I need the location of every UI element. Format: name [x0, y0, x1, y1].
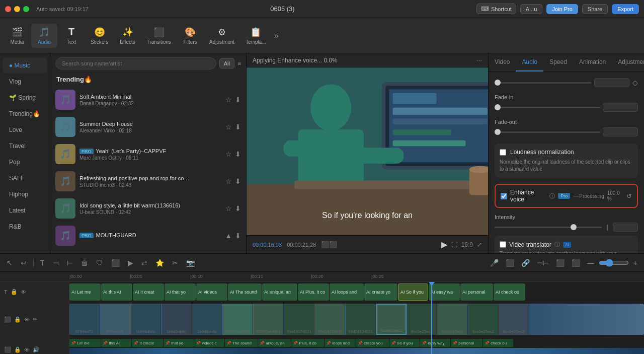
aspect-ratio-button[interactable]: 16:9 — [461, 241, 473, 248]
list-item[interactable]: 🎵 Refreshing and positive pop and rop fo… — [50, 168, 246, 195]
visibility-icon[interactable]: 👁 — [21, 289, 26, 295]
join-pro-button[interactable]: Join Pro — [546, 4, 578, 14]
audio-icon[interactable]: 🔊 — [33, 346, 40, 353]
expand-button[interactable]: ⤢ — [477, 241, 482, 248]
download-button[interactable]: ⬇ — [235, 204, 241, 213]
toolbar-adjustment[interactable]: ⚙ Adjustment — [204, 24, 239, 48]
sidebar-item-travel[interactable]: Travel — [3, 138, 47, 154]
fade-out-slider[interactable] — [495, 131, 600, 133]
list-item[interactable]: 🎵 PRO Yeah! (Let's Party)–CAPPVF Marc Ja… — [50, 140, 246, 168]
toolbar-filters[interactable]: 🎨 Filters — [177, 24, 203, 48]
clip-segment[interactable]: AI that yo — [165, 284, 196, 301]
sidebar-item-spring[interactable]: 🌱 Spring — [3, 90, 47, 105]
timeline-zoom-slider[interactable] — [599, 259, 629, 267]
refresh-button[interactable]: ↺ — [626, 192, 632, 200]
clip-segment[interactable]: AI loops and — [330, 284, 364, 301]
timeline-view-button[interactable]: ⬛⬛ — [321, 241, 337, 248]
visibility-icon[interactable]: 👁 — [24, 347, 30, 353]
toolbar-media[interactable]: 🎬 Media — [4, 24, 30, 48]
clip-segment[interactable]: AI videos — [196, 284, 227, 301]
sidebar-item-rb[interactable]: R&B — [3, 219, 47, 234]
favorite-button[interactable]: ☆ — [225, 96, 232, 104]
tab-video[interactable]: Video — [489, 53, 516, 72]
sidebar-item-love[interactable]: Love — [3, 122, 47, 137]
clip-segment[interactable]: AI this AI — [101, 284, 132, 301]
playhead[interactable] — [431, 282, 432, 354]
play-button[interactable]: ▶ — [441, 240, 447, 249]
tab-audio[interactable]: Audio — [516, 53, 543, 72]
clip-segment[interactable]: AI create yo — [364, 284, 397, 301]
video-strip[interactable]: 979dad71 979dad71 1b9d8db8c 1b9d3db8c 1b… — [69, 304, 644, 335]
sidebar-item-music[interactable]: ● Music — [3, 58, 47, 73]
sidebar-item-trending[interactable]: Trending🔥 — [3, 106, 47, 121]
audio-clip-segment[interactable]: 📌 easy way — [420, 339, 450, 347]
toolbar-stickers[interactable]: 😊 Stickers — [86, 24, 114, 48]
tab-animation[interactable]: Animation — [573, 53, 612, 72]
tl-expand-button[interactable]: ⬛ — [553, 257, 567, 268]
audio-clip-segment[interactable]: 📌 Plus, it co — [291, 339, 324, 347]
undo-button[interactable]: ↩ — [18, 257, 29, 268]
toolbar-text[interactable]: T Text — [58, 23, 85, 48]
tl-zoom-out-button[interactable]: — — [585, 257, 597, 268]
favorite-button[interactable]: ▲ — [225, 232, 232, 240]
star-button[interactable]: ⭐ — [153, 257, 167, 268]
list-item[interactable]: 🎵 Soft Ambient Minimal Danail Draganov ·… — [50, 86, 246, 113]
sidebar-item-hiphop[interactable]: Hiphop — [3, 187, 47, 202]
clip-segment[interactable]: AI easy wa — [429, 284, 460, 301]
clip-segment[interactable]: AI It creat — [133, 284, 164, 301]
sidebar-item-vlog[interactable]: Vlog — [3, 74, 47, 89]
list-item[interactable]: 🎵 Summer Deep House Alexander Virko · 02… — [50, 113, 246, 140]
export-button[interactable]: Export — [612, 4, 639, 14]
tl-link-button[interactable]: 🔗 — [519, 257, 532, 268]
clip-segment[interactable]: AI unique, an — [262, 284, 297, 301]
favorite-button[interactable]: ☆ — [225, 150, 232, 158]
fade-in-slider[interactable] — [495, 107, 600, 108]
crop-button[interactable]: ⬛ — [109, 257, 122, 268]
toolbar-audio[interactable]: 🎵 Audio — [31, 24, 57, 48]
toolbar-effects[interactable]: ✨ Effects — [115, 24, 141, 48]
preview-menu-button[interactable]: ··· — [476, 56, 482, 64]
clip-button[interactable]: ✂ — [170, 257, 181, 268]
lock-icon[interactable]: 🔒 — [14, 346, 21, 353]
download-button[interactable]: ⬇ — [235, 232, 241, 240]
volume-slider[interactable] — [495, 82, 591, 84]
search-input[interactable] — [55, 57, 216, 69]
favorite-button[interactable]: ☆ — [225, 177, 232, 185]
fade-in-value[interactable]: 0.0s — [603, 103, 638, 112]
split-right-button[interactable]: ⊢ — [64, 257, 75, 268]
download-button[interactable]: ⬇ — [235, 177, 241, 185]
volume-value[interactable]: -∞ dB — [594, 78, 629, 87]
maximize-button[interactable] — [23, 6, 29, 12]
tl-split2-button[interactable]: ⊣⊢ — [534, 257, 551, 268]
list-item[interactable]: 🎵 PRO MOUTHGUARD ▲ ⬇ — [50, 222, 246, 249]
translator-info-icon[interactable]: ⓘ — [554, 241, 560, 248]
lock-icon[interactable]: 🔒 — [14, 316, 21, 323]
visibility-icon[interactable]: 👁 — [24, 317, 30, 323]
audio-clip-segment[interactable]: 📌 It create — [132, 339, 163, 347]
intensity-value[interactable]: 75 — [613, 223, 638, 232]
edit-icon[interactable]: ✏ — [33, 316, 37, 323]
favorite-button[interactable]: ☆ — [225, 123, 232, 131]
cursor-tool-button[interactable]: ↖ — [4, 257, 15, 268]
intensity-slider[interactable] — [495, 227, 602, 228]
shortcut-button[interactable]: ⌨ Shortcut — [476, 4, 516, 14]
mic-button[interactable]: 🎤 — [488, 257, 501, 268]
tl-zoom-in-button[interactable]: + — [631, 257, 640, 268]
audio-clip-segment[interactable]: 📌 create you — [356, 339, 389, 347]
audio-clip-segment[interactable]: 📌 So if you — [389, 339, 420, 347]
enhance-info-icon[interactable]: ⓘ — [549, 192, 555, 200]
more-tools-icon[interactable]: » — [272, 31, 281, 40]
share-button[interactable]: Share — [582, 4, 608, 14]
delete-button[interactable]: 🗑 — [78, 257, 91, 268]
clip-segment[interactable]: AI personal — [460, 284, 493, 301]
active-clip-segment[interactable]: AI So if you — [398, 284, 428, 301]
flip-button[interactable]: ⇄ — [139, 257, 150, 268]
audio-clip-segment[interactable]: 📌 The sound — [225, 339, 258, 347]
clip-segment[interactable]: AI Let me — [69, 284, 101, 301]
download-button[interactable]: ⬇ — [235, 150, 241, 158]
clip-segment[interactable]: AI The sound — [228, 284, 262, 301]
list-item[interactable]: 🎵 Idol song style, a little bit warm(113… — [50, 195, 246, 222]
download-button[interactable]: ⬇ — [235, 123, 241, 131]
fullscreen-button[interactable]: ⛶ — [451, 241, 457, 248]
sidebar-item-pop[interactable]: Pop — [3, 155, 47, 170]
